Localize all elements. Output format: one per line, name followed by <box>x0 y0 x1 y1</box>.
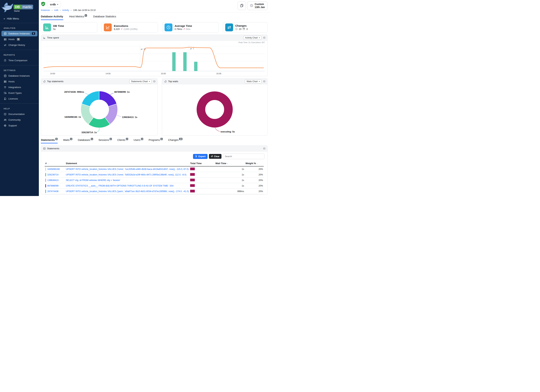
statement-color-chip <box>45 184 46 187</box>
breadcrumb: Instances › crdb › Activity › 13th Jan 1… <box>41 9 267 11</box>
activity-chart-select[interactable]: Activity Chart ▾ <box>243 36 262 40</box>
waits-chart-select[interactable]: Waits Chart ▾ <box>245 79 262 83</box>
statement-id-link[interactable]: 287474436 <box>47 190 59 193</box>
col-header-id[interactable]: #↑↓ <box>45 161 65 166</box>
sidebar-item-label: Time Comparison <box>8 59 27 62</box>
col-header-wait-time[interactable]: Wait Time↑↓ <box>215 161 245 166</box>
breadcrumb-activity[interactable]: Activity <box>62 9 69 11</box>
hide-menu-button[interactable]: « Hide Menu <box>0 15 39 23</box>
statement-id-link[interactable]: 139638413 <box>47 179 59 182</box>
sidebar-item-label: Change History <box>8 44 25 46</box>
tab-databases[interactable]: Databases1 <box>78 139 93 143</box>
sidebar-section-settings: SETTINGS Database Instances Hosts Integr… <box>0 65 39 104</box>
donut-slice[interactable] <box>99 91 117 106</box>
export-button[interactable]: Export <box>193 154 208 159</box>
sidebar: DB marlin Starter « Hide Menu ANALYSIS D… <box>0 0 39 196</box>
tab-users[interactable]: Users2 <box>134 139 143 143</box>
total-time-bar <box>190 190 195 192</box>
server-icon <box>4 80 7 83</box>
time-range-label-1: Custom <box>255 3 264 5</box>
swap-arrows-icon: ⇄ <box>141 48 143 50</box>
statement-link[interactable]: UPSERT INTO vehicle_location_histories V… <box>66 168 189 170</box>
sidebar-item-integrations[interactable]: Integrations <box>1 84 37 90</box>
sidebar-item-label: Database Instances <box>8 32 30 35</box>
sort-icon: ↑↓ <box>47 163 48 164</box>
tab-sessions[interactable]: Sessions2 <box>99 139 112 143</box>
search-input[interactable] <box>223 154 265 159</box>
section-label: ANALYSIS <box>0 26 39 31</box>
breadcrumb-instances[interactable]: Instances <box>41 9 50 11</box>
executions-bar[interactable] <box>194 62 197 71</box>
table-row: 887898099 CREATE STATISTICS __auto__ FRO… <box>45 183 264 189</box>
donut-slice[interactable] <box>82 91 99 106</box>
weight-value: 20% <box>245 172 264 178</box>
tab-programs[interactable]: Programs2 <box>149 139 163 143</box>
tab-clients[interactable]: Clients2 <box>117 139 128 143</box>
sidebar-item-licences[interactable]: Licences <box>1 96 37 101</box>
tab-statements[interactable]: Statements5 <box>41 139 58 143</box>
statement-link[interactable]: UPSERT INTO vehicle_location_histories V… <box>66 190 189 193</box>
statement-id-link[interactable]: 1845898166 <box>47 168 60 170</box>
sidebar-item-database-instances[interactable]: Database Instances 1 <box>1 31 37 36</box>
collapse-panel-icon[interactable]: ⊖ <box>263 36 265 39</box>
statement-link[interactable]: CREATE STATISTICS __auto__ FROM [63] WIT… <box>66 184 174 187</box>
statements-chart-select[interactable]: Statements Chart ▾ <box>129 79 152 83</box>
sidebar-item-time-comparison[interactable]: Time Comparison <box>1 58 37 63</box>
chevron-down-icon: ▾ <box>57 3 58 5</box>
donut-slice[interactable] <box>201 96 229 123</box>
x-tick: 15:05 <box>216 73 221 75</box>
time-spent-svg[interactable]: ⇄ 18 ⇄ 2 14:50 14:55 15:00 15:05 <box>44 44 265 75</box>
table-row: 287474436 UPSERT INTO vehicle_location_h… <box>45 189 264 194</box>
sidebar-item-hosts[interactable]: Hosts 0 <box>1 36 37 42</box>
x-tick: 15:00 <box>161 73 166 75</box>
sidebar-item-event-types[interactable]: Event Types <box>1 90 37 96</box>
tab-host-metrics[interactable]: Host Metrics0 <box>69 15 87 20</box>
executions-bar[interactable] <box>183 52 187 71</box>
total-time-bar <box>190 179 195 181</box>
collapse-panel-icon[interactable]: ⊖ <box>153 80 155 83</box>
col-header-total-time[interactable]: Total Time <box>190 161 215 166</box>
top-waits-panel: Top waits Waits Chart ▾ ⊖ executing: 5s <box>162 78 267 136</box>
statement-link[interactable]: SELECT city, id FROM vehicles WHERE city… <box>66 179 120 182</box>
time-range-button[interactable]: Custom 13th Jan <box>247 1 267 10</box>
executions-bar[interactable] <box>172 52 176 71</box>
collapse-panel-icon[interactable]: ⊖ <box>263 147 265 150</box>
card-title: Executions <box>114 24 138 27</box>
sidebar-item-change-history[interactable]: ⇄ Change History <box>1 42 37 48</box>
statements-table: #↑↓ Statement Total Time Wait Time↑↓ Wei… <box>45 161 264 194</box>
tab-changes[interactable]: Changes20 <box>168 139 182 143</box>
event-types-icon <box>4 91 7 94</box>
col-header-statement[interactable]: Statement <box>65 161 190 166</box>
donut-label: executing: 5s <box>220 130 235 133</box>
clear-button[interactable]: ↺ Clear <box>209 154 221 159</box>
col-header-weight[interactable]: Weight %↑↓ <box>245 161 264 166</box>
sidebar-item-documentation[interactable]: Documentation <box>1 111 37 117</box>
tab-database-activity[interactable]: Database Activity <box>41 15 63 20</box>
statement-link[interactable]: UPSERT INTO vehicle_location_histories V… <box>66 174 186 176</box>
sidebar-item-settings-database-instances[interactable]: Database Instances <box>1 73 37 79</box>
db-time-line <box>44 47 264 68</box>
tab-database-statistics[interactable]: Database Statistics <box>93 15 116 20</box>
change-marker-label[interactable]: 2 <box>193 48 194 50</box>
total-time-bar <box>190 184 195 187</box>
sidebar-item-community[interactable]: Community <box>1 117 37 123</box>
tab-waits[interactable]: Waits1 <box>63 139 72 143</box>
copy-link-button[interactable] <box>238 1 246 10</box>
waits-donut-svg[interactable]: executing: 5s <box>163 85 266 135</box>
sidebar-item-settings-hosts[interactable]: Hosts <box>1 79 37 84</box>
statements-donut-svg[interactable]: 287474436: 999ms 887898099: 1s 139638413… <box>42 85 156 135</box>
collapse-panel-icon[interactable]: ⊖ <box>263 80 265 83</box>
sort-icon: ↑↓ <box>227 163 228 164</box>
sidebar-item-support[interactable]: Support <box>1 123 37 128</box>
donut-label: 287474436: 999ms <box>64 91 84 93</box>
trend-up-icon: ↗ <box>121 28 123 30</box>
tab-badge: 2 <box>110 138 112 140</box>
breadcrumb-crdb[interactable]: crdb <box>54 9 58 11</box>
statement-id-link[interactable]: 326238714 <box>47 174 59 176</box>
people-icon <box>4 118 7 121</box>
instance-selector[interactable]: crdb ▾ <box>47 1 61 7</box>
statement-id-link[interactable]: 887898099 <box>47 184 59 187</box>
leader-line <box>215 127 220 131</box>
change-marker-label[interactable]: 18 <box>144 48 145 50</box>
tab-badge: 2 <box>141 138 143 140</box>
